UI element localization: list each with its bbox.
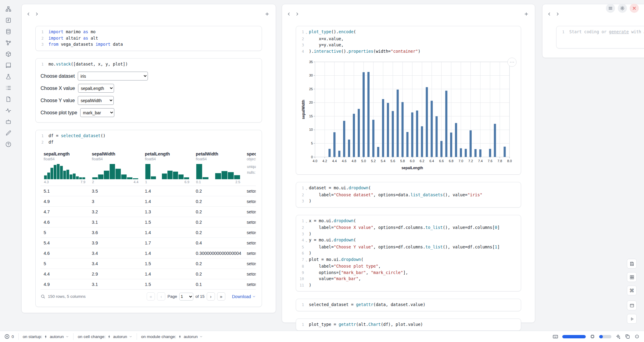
fold-icon[interactable]: ⌄ (304, 257, 309, 264)
cell-imports[interactable]: 1import marimo as mo2import altair as al… (35, 26, 262, 51)
memory-chip-icon[interactable] (590, 334, 595, 339)
code-editor[interactable]: 1⌄dataset = mo.ui.dropdown(2 label="Choo… (296, 185, 521, 205)
packages-button[interactable] (3, 49, 14, 59)
files-button[interactable] (3, 4, 14, 13)
table-row[interactable]: 4.63.11.50.2setosa (41, 217, 256, 227)
column-next-button[interactable] (33, 10, 41, 18)
code-line: 2 label="Choose X value", options=df.col… (296, 225, 521, 231)
dropdown-select[interactable]: sepalLength (78, 84, 114, 93)
help-button[interactable] (3, 140, 14, 149)
app-view-button[interactable] (627, 301, 637, 310)
search-icon[interactable] (41, 294, 45, 299)
add-cell-button[interactable] (263, 10, 271, 18)
chat-button[interactable] (3, 117, 14, 126)
code-line: 1df = selected_dataset() (36, 133, 262, 139)
cell-selected-dataset[interactable]: 1selected_dataset = getattr(data, datase… (296, 299, 521, 311)
cell-empty[interactable]: 1 Start coding or generate with AI (556, 26, 644, 48)
dropdown-select[interactable]: sepalWidth (78, 96, 114, 105)
chart-menu-button[interactable]: ⋯ (507, 58, 517, 67)
column-next-button[interactable] (553, 10, 562, 18)
column-header[interactable]: sepalLengthfloat64 (41, 148, 89, 163)
column-header[interactable]: speciesobject (244, 148, 256, 163)
cell-plot[interactable]: 1⌄plot_type().encode(2 x=x.value,3 y=y.v… (296, 26, 521, 175)
on-module-change-setting[interactable]: on module change: autorun (137, 331, 207, 342)
column-prev-button[interactable] (24, 10, 33, 18)
table-row[interactable]: 4.63.41.40.30000000000000004setosa (41, 248, 256, 258)
code-line[interactable]: 1 Start coding or generate with AI (556, 29, 644, 35)
table-row[interactable]: 53.61.40.2setosa (41, 227, 256, 238)
datasources-button[interactable] (3, 27, 14, 36)
next-page-button[interactable]: › (207, 292, 215, 301)
code-editor[interactable]: 1df = selected_dataset()2df (36, 133, 262, 145)
table-row[interactable]: 5.13.51.40.2setosa (41, 186, 256, 196)
column-next-button[interactable] (293, 10, 302, 18)
cell-vstack[interactable]: 1mo.vstack([dataset, x, y, plot]) Choose… (35, 58, 262, 123)
cell-dataset-dropdown[interactable]: 1⌄dataset = mo.ui.dropdown(2 label="Choo… (296, 182, 521, 208)
code-editor[interactable]: 1⌄x = mo.ui.dropdown(2 label="Choose X v… (296, 218, 521, 289)
fold-icon[interactable]: ⌄ (304, 237, 309, 244)
line-number: 10 (296, 276, 304, 282)
column-prev-button[interactable] (284, 10, 293, 18)
table-row[interactable]: 5.43.91.70.4setosa (41, 238, 256, 248)
left-sidebar (0, 0, 16, 331)
column-header[interactable]: petalLengthfloat64 (142, 148, 193, 163)
download-button[interactable]: Download (232, 294, 256, 299)
line-number: 2 (296, 225, 304, 231)
annotations-button[interactable] (3, 128, 14, 137)
fold-icon[interactable]: ⌄ (304, 29, 309, 36)
add-cell-button[interactable] (522, 10, 531, 18)
functions-button[interactable] (3, 16, 14, 25)
power-icon[interactable] (634, 334, 640, 339)
on-cell-change-setting[interactable]: on cell change: autorun (73, 331, 137, 342)
keyboard-icon[interactable] (553, 334, 558, 340)
settings-button[interactable] (618, 4, 627, 13)
table-row[interactable]: 4.42.91.40.2setosa (41, 269, 256, 279)
altair-bar-chart[interactable]: 4.04.24.44.64.85.05.25.45.65.86.06.26.46… (301, 59, 521, 171)
first-page-button[interactable]: « (147, 292, 155, 301)
run-button[interactable] (627, 314, 637, 324)
variables-button[interactable] (3, 38, 14, 47)
documentation-button[interactable] (3, 61, 14, 70)
shutdown-button[interactable] (630, 4, 639, 13)
dropdown-select[interactable]: mark_bar (80, 108, 114, 117)
menu-button[interactable] (606, 4, 615, 13)
setting-label: on startup: (23, 334, 42, 339)
fold-icon[interactable]: ⌄ (304, 218, 309, 225)
last-page-button[interactable]: » (217, 292, 225, 301)
ai-sparkle-icon[interactable] (615, 334, 621, 339)
cell-dataframe[interactable]: 1df = selected_dataset()2df sepalLengthf… (35, 130, 262, 307)
table-row[interactable]: 53.41.50.2setosa (41, 258, 256, 269)
copy-icon[interactable] (625, 334, 630, 339)
logs-button[interactable] (3, 94, 14, 104)
column-prev-button[interactable] (545, 10, 553, 18)
code-editor[interactable]: 1⌄plot_type().encode(2 x=x.value,3 y=y.v… (296, 29, 521, 55)
column-header[interactable]: sepalWidthfloat64 (89, 148, 142, 163)
dropdown-control: Choose datasetiris (41, 72, 262, 80)
scratchpad-button[interactable] (3, 72, 14, 81)
dropdown-select[interactable]: iris (78, 72, 148, 80)
shortcuts-button[interactable]: ⌘ (627, 286, 637, 295)
tracing-button[interactable] (3, 106, 14, 115)
error-indicator[interactable]: 0 (3, 331, 18, 342)
table-row[interactable]: 4.931.40.2setosa (41, 196, 256, 207)
svg-text:5.8: 5.8 (400, 159, 405, 163)
on-startup-setting[interactable]: on startup: autorun (19, 331, 73, 342)
layout-button[interactable] (627, 272, 637, 282)
save-button[interactable] (627, 259, 637, 269)
snippets-button[interactable] (3, 83, 14, 92)
table-row[interactable]: 4.73.21.30.2setosa (41, 207, 256, 217)
page-select[interactable]: 1 (179, 293, 193, 301)
code-line: 3from vega_datasets import data (36, 41, 262, 48)
cell-plot-type[interactable]: 1plot_type = getattr(alt.Chart(df), plot… (296, 319, 521, 331)
code-editor[interactable]: 1mo.vstack([dataset, x, y, plot]) (36, 61, 262, 68)
fold-icon[interactable]: ⌄ (304, 185, 309, 192)
column-header[interactable]: petalWidthfloat64 (193, 148, 244, 163)
prev-page-button[interactable]: ‹ (157, 292, 165, 301)
table-row[interactable]: 4.93.11.50.1setosa (41, 279, 256, 290)
generate-link[interactable]: generate (609, 29, 629, 34)
code-editor[interactable]: 1selected_dataset = getattr(data, datase… (296, 302, 521, 308)
bar-chart-svg[interactable]: 4.04.24.44.64.85.05.25.45.65.86.06.26.46… (301, 59, 514, 171)
cell-xy-plot-dropdowns[interactable]: 1⌄x = mo.ui.dropdown(2 label="Choose X v… (296, 215, 521, 292)
code-editor[interactable]: 1plot_type = getattr(alt.Chart(df), plot… (296, 322, 521, 328)
code-editor[interactable]: 1import marimo as mo2import altair as al… (36, 29, 262, 48)
